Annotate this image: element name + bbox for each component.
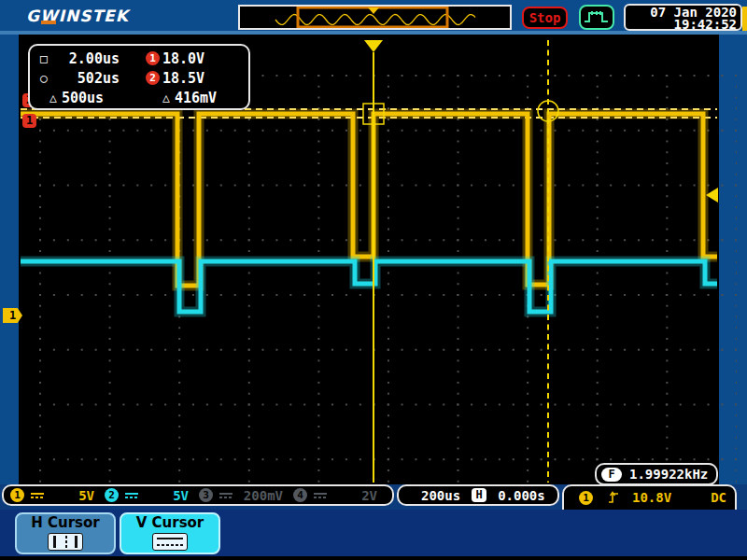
cursor-row-2: ○ 502us 2 18.5V [35, 68, 243, 88]
channel1-dc-coupling-icon [31, 493, 44, 498]
square-cursor-icon: □ [35, 51, 52, 65]
channel3-badge: 3 [199, 488, 213, 502]
time-cursor1-value: 2.00us [52, 50, 120, 67]
menu-bar: H Cursor V Cursor [0, 510, 747, 560]
timebase-position: 0.000s [498, 488, 545, 503]
voltage-delta-value: 416mV [175, 90, 233, 106]
time-cursor2-value: 502us [52, 70, 120, 87]
channel4-dc-coupling-icon [314, 493, 327, 498]
voltage-cursor2-value: 18.5V [162, 70, 220, 87]
edge-tab [742, 7, 747, 31]
v-cursor-button[interactable]: V Cursor [120, 512, 220, 554]
timebase-scale: 200us [421, 488, 460, 503]
channel3-scale: 200mV [233, 488, 287, 503]
channel-status-box: 1 5V 2 5V 3 200mV 4 2V [2, 484, 394, 506]
rising-edge-icon [606, 489, 621, 506]
preview-waveform-icon [240, 7, 510, 28]
waveform-preview-bar[interactable] [238, 5, 512, 30]
timebase-status-box[interactable]: 200us H 0.000s [397, 484, 559, 506]
datetime-display: 07 Jan 2020 19:42:52 [624, 4, 742, 31]
channel1-status[interactable]: 1 5V [4, 488, 98, 503]
voltage-cursor1-badge: 1 [146, 51, 160, 65]
channel3-status[interactable]: 3 200mV [192, 488, 287, 503]
h-cursor-button-label: H Cursor [17, 514, 114, 531]
pulse-icon [581, 7, 613, 28]
cursor-readout-panel: □ 2.00us 1 18.0V ○ 502us 2 18.5V △ 500us… [28, 44, 250, 110]
channel3-dc-coupling-icon [219, 493, 233, 498]
channel2-badge: 2 [105, 488, 119, 502]
voltage-cursor1-value: 18.0V [162, 50, 220, 67]
h-cursor-icon [48, 533, 83, 551]
frequency-icon: F [601, 468, 622, 482]
time-delta-value: 500us [62, 90, 120, 106]
channel4-badge: 4 [293, 488, 307, 502]
frequency-value: 1.99922kHz [629, 467, 708, 482]
delta-voltage-icon: △ [158, 91, 175, 105]
bottom-edge [0, 556, 747, 560]
graticule-grid [39, 75, 737, 514]
top-bar: GWINSTEK Stop 07 Jan 2020 19:42:52 [0, 0, 747, 31]
time-text: 19:42:52 [629, 19, 737, 31]
cursor-row-1: □ 2.00us 1 18.0V [35, 49, 243, 68]
channel2-status[interactable]: 2 5V [98, 488, 192, 503]
trigger-source-badge: 1 [579, 491, 593, 505]
v-cursor-button-label: V Cursor [121, 514, 218, 531]
h-cursor-button[interactable]: H Cursor [15, 512, 116, 554]
cursor-row-delta: △ 500us △ 416mV [35, 88, 243, 107]
frequency-counter: F 1.99922kHz [595, 463, 718, 485]
voltage-cursor2-badge: 2 [146, 71, 160, 85]
trigger-info-row: 1 10.8V DC [564, 488, 735, 507]
channel4-status[interactable]: 4 2V [287, 488, 381, 503]
delta-time-icon: △ [45, 91, 62, 105]
channel2-dc-coupling-icon [125, 493, 138, 498]
circle-cursor-icon: ○ [35, 71, 52, 85]
channel1-scale: 5V [44, 488, 98, 503]
horizontal-icon: H [472, 488, 486, 502]
trigger-coupling: DC [711, 490, 726, 505]
channel4-scale: 2V [327, 488, 381, 503]
trigger-level-value: 10.8V [632, 490, 671, 505]
h-cursor1-marker[interactable]: 1 [22, 114, 36, 128]
stop-button[interactable]: Stop [522, 7, 568, 29]
oscilloscope-screen: GWINSTEK Stop 07 Jan 2020 19:42:52 2 1 1 [0, 0, 747, 560]
run-control-button[interactable] [579, 5, 614, 30]
channel2-scale: 5V [138, 488, 192, 503]
v-cursor-icon [152, 533, 188, 551]
status-bar: 1 5V 2 5V 3 200mV 4 2V 200us H [0, 484, 747, 510]
logo-accent [41, 21, 56, 24]
channel1-badge: 1 [10, 488, 24, 502]
